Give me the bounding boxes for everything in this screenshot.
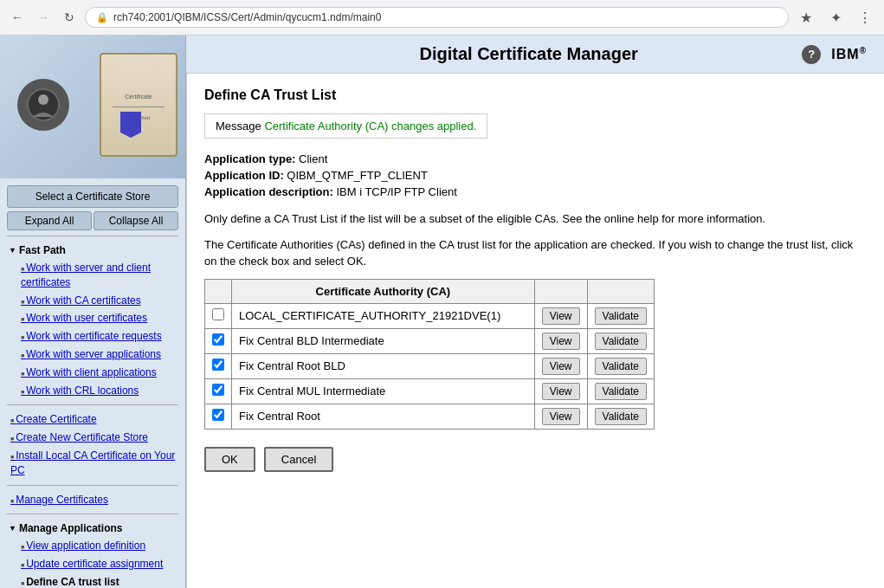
- app-desc-value: IBM i TCP/IP FTP Client: [336, 185, 456, 198]
- address-bar: 🔒 rch740:2001/QIBM/ICSS/Cert/Admin/qycuc…: [85, 7, 789, 28]
- ca-view-button-4[interactable]: View: [542, 408, 580, 425]
- ca-name-0: LOCAL_CERTIFICATE_AUTHORITY_21921DVE(1): [232, 303, 535, 328]
- manage-apps-label: Manage Applications: [19, 522, 123, 534]
- sidebar-item-work-user[interactable]: Work with user certificates: [5, 309, 180, 327]
- app-desc-line: Application description: IBM i TCP/IP FT…: [204, 185, 867, 198]
- app-id-line: Application ID: QIBM_QTMF_FTP_CLIENT: [204, 169, 867, 182]
- sidebar-item-work-crl[interactable]: Work with CRL locations: [5, 382, 180, 400]
- table-row: Fix Central Root BLDViewValidate: [205, 353, 655, 378]
- ca-validate-button-2[interactable]: Validate: [595, 358, 647, 375]
- browser-toolbar: ← → ↻ 🔒 rch740:2001/QIBM/ICSS/Cert/Admin…: [0, 0, 884, 35]
- app-info: Application type: Client Application ID:…: [204, 152, 867, 198]
- description-1: Only define a CA Trust List if the list …: [204, 210, 867, 228]
- ca-checkbox-cell-2: [205, 353, 232, 378]
- sidebar-item-install-local-ca[interactable]: Install Local CA Certificate on Your PC: [3, 447, 182, 480]
- fast-path-label: Fast Path: [19, 244, 66, 256]
- ca-view-button-2[interactable]: View: [542, 358, 580, 375]
- ca-validate-cell-2: Validate: [587, 353, 654, 378]
- section-title: Define CA Trust List: [204, 87, 867, 103]
- divider-4: [7, 514, 178, 514]
- ca-validate-button-3[interactable]: Validate: [595, 383, 647, 400]
- ca-validate-button-0[interactable]: Validate: [595, 307, 647, 325]
- ca-checkbox-3[interactable]: [212, 384, 224, 396]
- ca-view-button-3[interactable]: View: [542, 383, 580, 400]
- sidebar-item-work-ca[interactable]: Work with CA certificates: [5, 292, 180, 310]
- sidebar-item-work-cert-requests[interactable]: Work with certificate requests: [5, 327, 180, 346]
- sidebar-item-view-app-def[interactable]: View application definition: [5, 537, 180, 555]
- sidebar-item-create-cert[interactable]: Create Certificate: [3, 410, 182, 429]
- ca-validate-cell-4: Validate: [587, 404, 654, 429]
- sidebar-item-manage-certs[interactable]: Manage Certificates: [3, 491, 182, 509]
- ok-button[interactable]: OK: [204, 447, 255, 472]
- ca-name-1: Fix Central BLD Intermediate: [232, 328, 535, 353]
- menu-button[interactable]: ⋮: [853, 5, 877, 29]
- sidebar: Certificate ✓ Verified Select a Certific…: [0, 36, 186, 588]
- sidebar-item-work-server-apps[interactable]: Work with server applications: [5, 346, 180, 364]
- app-id-label: Application ID:: [204, 169, 284, 182]
- description-2: The Certificate Authorities (CAs) define…: [204, 236, 867, 270]
- message-prefix: Message: [216, 120, 264, 132]
- ca-name-4: Fix Central Root: [232, 404, 535, 429]
- ca-checkbox-cell-4: [205, 404, 232, 429]
- table-row: Fix Central MUL IntermediateViewValidate: [205, 378, 655, 404]
- page-header: Digital Certificate Manager ? IBM®: [186, 36, 884, 74]
- main-content: Define CA Trust List Message Certificate…: [186, 74, 884, 588]
- app-id-value: QIBM_QTMF_FTP_CLIENT: [287, 169, 428, 182]
- message-box: Message Certificate Authority (CA) chang…: [204, 113, 487, 139]
- fast-path-section: ▼ Fast Path Work with server and client …: [5, 242, 180, 399]
- sidebar-item-define-ca-trust[interactable]: Define CA trust list: [5, 573, 180, 588]
- back-button[interactable]: ←: [7, 7, 28, 28]
- ca-checkbox-2[interactable]: [212, 359, 224, 371]
- forward-button[interactable]: →: [33, 7, 54, 28]
- form-buttons: OK Cancel: [204, 447, 867, 472]
- ca-view-cell-3: View: [534, 378, 587, 404]
- refresh-button[interactable]: ↻: [59, 7, 80, 28]
- table-header-ca: Certificate Authority (CA): [232, 279, 535, 303]
- ca-validate-button-1[interactable]: Validate: [595, 333, 647, 350]
- divider-3: [7, 485, 178, 486]
- app-container: Certificate ✓ Verified Select a Certific…: [0, 36, 884, 588]
- ca-name-3: Fix Central MUL Intermediate: [232, 378, 535, 404]
- ca-view-button-0[interactable]: View: [542, 307, 580, 325]
- extension-button[interactable]: ✦: [823, 5, 848, 29]
- table-header-validate: [587, 279, 654, 303]
- table-header-checkbox: [205, 279, 232, 303]
- ca-view-button-1[interactable]: View: [542, 333, 580, 350]
- ca-checkbox-0[interactable]: [212, 308, 224, 320]
- manage-apps-title[interactable]: ▼ Manage Applications: [5, 520, 180, 537]
- expand-all-button[interactable]: Expand All: [7, 211, 92, 230]
- select-store-button[interactable]: Select a Certificate Store: [7, 185, 178, 208]
- message-text: Certificate Authority (CA) changes appli…: [264, 120, 476, 132]
- bookmark-button[interactable]: ★: [794, 5, 818, 29]
- ca-checkbox-4[interactable]: [212, 409, 224, 421]
- sidebar-content: Select a Certificate Store Expand All Co…: [0, 178, 185, 588]
- cert-decoration: Certificate ✓ Verified: [100, 53, 177, 157]
- manage-apps-section: ▼ Manage Applications View application d…: [5, 520, 180, 588]
- ca-view-cell-4: View: [534, 404, 587, 429]
- collapse-all-button[interactable]: Collapse All: [94, 211, 178, 230]
- ribbon-decoration: [120, 112, 141, 138]
- sidebar-item-work-server-client[interactable]: Work with server and client certificates: [5, 259, 180, 292]
- table-row: Fix Central BLD IntermediateViewValidate: [205, 328, 655, 353]
- page-title: Digital Certificate Manager: [255, 44, 802, 64]
- url-text: rch740:2001/QIBM/ICSS/Cert/Admin/qycucm1…: [113, 11, 778, 23]
- sidebar-item-update-cert-assign[interactable]: Update certificate assignment: [5, 555, 180, 573]
- ca-checkbox-1[interactable]: [212, 333, 224, 346]
- ca-table: Certificate Authority (CA) LOCAL_CERTIFI…: [204, 279, 655, 430]
- manage-apps-triangle: ▼: [9, 524, 16, 533]
- ca-name-2: Fix Central Root BLD: [232, 353, 535, 378]
- cancel-button[interactable]: Cancel: [264, 447, 333, 472]
- table-header-view: [534, 279, 587, 303]
- sidebar-item-work-client-apps[interactable]: Work with client applications: [5, 364, 180, 382]
- ca-view-cell-2: View: [534, 353, 587, 378]
- ca-validate-cell-1: Validate: [587, 328, 654, 353]
- table-row: LOCAL_CERTIFICATE_AUTHORITY_21921DVE(1)V…: [205, 303, 655, 328]
- sidebar-item-create-store[interactable]: Create New Certificate Store: [3, 429, 182, 447]
- ca-validate-button-4[interactable]: Validate: [595, 408, 647, 425]
- help-button[interactable]: ?: [802, 45, 821, 64]
- expand-collapse-controls: Expand All Collapse All: [7, 211, 178, 230]
- ca-view-cell-0: View: [534, 303, 587, 328]
- ca-checkbox-cell-1: [205, 328, 232, 353]
- fast-path-title[interactable]: ▼ Fast Path: [5, 242, 180, 259]
- logo-icon: [17, 79, 69, 131]
